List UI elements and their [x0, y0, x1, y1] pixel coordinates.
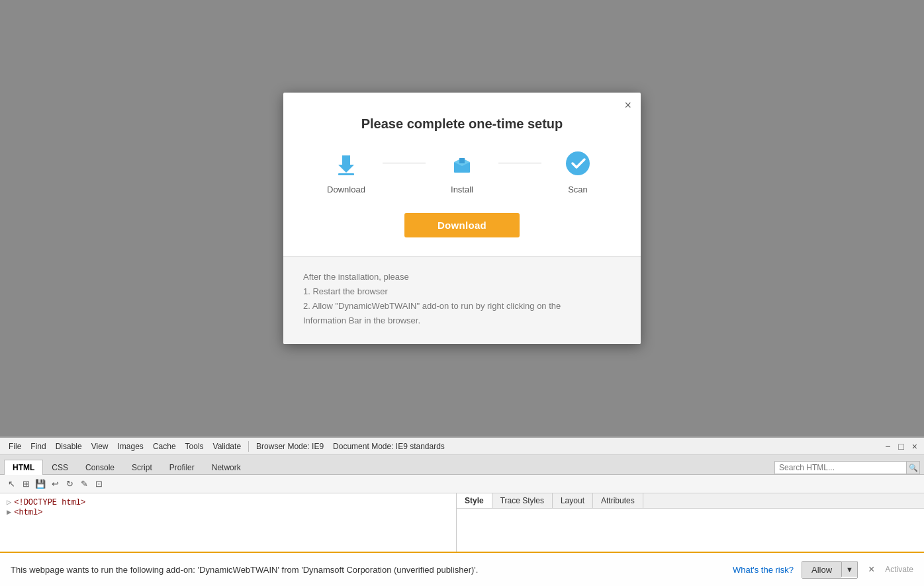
expand-arrow[interactable]: ▷ [7, 497, 11, 507]
doctype-tag: <!DOCTYPE html> [14, 498, 85, 507]
devtools-menubar: File Find Disable View Images Cache Tool… [0, 438, 924, 455]
install-step-icon [446, 147, 478, 179]
close-button[interactable]: × [909, 441, 920, 452]
devtools-tabs: HTML CSS Console Script Profiler Network… [0, 455, 924, 475]
svg-rect-1 [338, 173, 354, 175]
notification-bar: This webpage wants to run the following … [0, 552, 924, 586]
tab-html[interactable]: HTML [4, 460, 43, 475]
menu-validate[interactable]: Validate [208, 440, 246, 452]
modal-close-button[interactable]: × [624, 99, 631, 111]
svg-point-5 [566, 151, 590, 175]
tab-script[interactable]: Script [123, 460, 161, 475]
menu-cache[interactable]: Cache [148, 440, 181, 452]
modal-info-section: After the installation, please 1. Restar… [283, 256, 641, 344]
menu-separator [248, 441, 249, 452]
forward-icon[interactable]: ↻ [64, 478, 75, 490]
info-line1: After the installation, please [303, 270, 621, 284]
allow-button-group: Allow ▼ [802, 561, 858, 579]
download-btn-area: Download [283, 213, 641, 256]
window-buttons: − □ × [882, 441, 920, 452]
browser-mode: Browser Mode: IE9 [252, 440, 328, 452]
activate-windows-text: Activate [885, 565, 913, 574]
info-line4: Information Bar in the browser. [303, 314, 621, 328]
step-line-2 [498, 163, 541, 163]
style-tab-trace[interactable]: Trace Styles [492, 493, 553, 508]
setup-modal: × Please complete one-time setup D [283, 93, 641, 344]
info-line3: 2. Allow "DynamicWebTWAIN" add-on to run… [303, 299, 621, 314]
step-scan-label: Scan [568, 185, 588, 194]
whats-the-risk-link[interactable]: What's the risk? [733, 565, 794, 575]
menu-view[interactable]: View [87, 440, 113, 452]
main-background: × Please complete one-time setup D [0, 0, 924, 437]
search-html-input[interactable] [774, 461, 907, 474]
style-tab-attributes[interactable]: Attributes [593, 493, 643, 508]
minimize-button[interactable]: − [882, 441, 893, 452]
document-mode: Document Mode: IE9 standards [328, 440, 449, 452]
tab-network[interactable]: Network [203, 460, 250, 475]
save-icon[interactable]: 💾 [34, 478, 46, 490]
devtools-toolbar: ↖ ⊞ 💾 ↩ ↻ ✎ ⊡ [0, 475, 924, 493]
tab-css[interactable]: CSS [43, 460, 77, 475]
notification-close-button[interactable]: × [866, 561, 877, 578]
html-root-line: ▶ <html> [7, 507, 449, 517]
step-install-label: Install [451, 185, 473, 194]
info-line2: 1. Restart the browser [303, 284, 621, 299]
steps-row: Download Install [283, 147, 641, 213]
more-icon[interactable]: ⊡ [93, 478, 105, 490]
menu-tools[interactable]: Tools [181, 440, 208, 452]
menu-file[interactable]: File [4, 440, 26, 452]
html-icon[interactable]: ⊞ [20, 478, 32, 490]
svg-rect-4 [459, 158, 465, 163]
menu-disable[interactable]: Disable [51, 440, 87, 452]
modal-title: Please complete one-time setup [283, 93, 641, 147]
scan-step-icon [562, 147, 594, 179]
select-element-icon[interactable]: ↖ [5, 478, 17, 490]
search-html-button[interactable]: 🔍 [907, 461, 920, 474]
modal-overlay: × Please complete one-time setup D [0, 0, 924, 437]
step-line-1 [383, 163, 426, 163]
style-tab-layout[interactable]: Layout [553, 493, 593, 508]
allow-dropdown-button[interactable]: ▼ [841, 562, 857, 577]
search-html-container: 🔍 [774, 461, 920, 474]
allow-button[interactable]: Allow [802, 562, 841, 578]
restore-button[interactable]: □ [896, 441, 906, 452]
tab-profiler[interactable]: Profiler [161, 460, 203, 475]
style-tab-style[interactable]: Style [457, 493, 492, 508]
menu-images[interactable]: Images [113, 440, 148, 452]
notification-text: This webpage wants to run the following … [11, 565, 725, 575]
svg-marker-0 [338, 155, 354, 173]
back-icon[interactable]: ↩ [49, 478, 61, 490]
edit-icon[interactable]: ✎ [78, 478, 90, 490]
tab-console[interactable]: Console [77, 460, 123, 475]
step-install: Install [426, 147, 498, 194]
download-button[interactable]: Download [404, 213, 520, 237]
menu-find[interactable]: Find [26, 440, 50, 452]
html-doctype-line: ▷ <!DOCTYPE html> [7, 497, 449, 507]
step-scan: Scan [541, 147, 614, 194]
expand-arrow-html[interactable]: ▶ [7, 507, 11, 517]
download-step-icon [330, 147, 362, 179]
html-tag: <html> [14, 508, 42, 517]
style-tabs: Style Trace Styles Layout Attributes [457, 493, 924, 509]
step-download-label: Download [327, 185, 365, 194]
step-download: Download [310, 147, 383, 194]
